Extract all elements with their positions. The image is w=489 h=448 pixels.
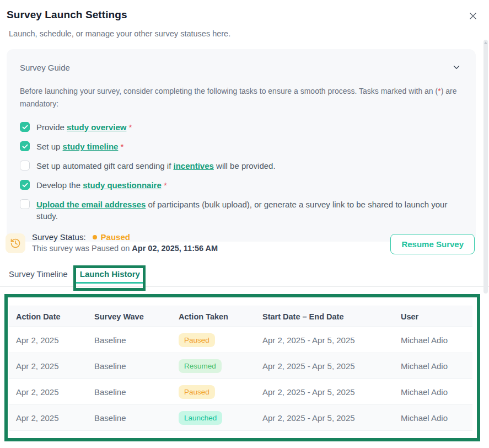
annotation-box-table: Action DateSurvey WaveAction TakenStart … bbox=[4, 294, 480, 441]
table-row: Apr 2, 2025 Baseline Resumed Apr 2, 2025… bbox=[9, 353, 472, 379]
clock-history-icon bbox=[6, 233, 25, 253]
tab-divider bbox=[0, 286, 489, 287]
cell-action-taken: Resumed bbox=[171, 353, 255, 379]
guide-task: Set up automated gift card sending if in… bbox=[20, 160, 463, 172]
cell-survey-wave: Baseline bbox=[87, 327, 171, 353]
vertical-scrollbar[interactable] bbox=[483, 40, 488, 294]
survey-guide-panel: Survey Guide Before launching your surve… bbox=[7, 49, 476, 242]
task-label: Upload the email addresses of participan… bbox=[36, 199, 463, 222]
checkmark-icon bbox=[22, 125, 28, 130]
status-detail-date: Apr 02, 2025, 11:56 AM bbox=[132, 244, 218, 253]
task-label: Develop the study questionnaire * bbox=[36, 179, 167, 191]
guide-task: Upload the email addresses of participan… bbox=[20, 199, 463, 222]
resume-survey-button[interactable]: Resume Survey bbox=[390, 234, 475, 254]
guide-title: Survey Guide bbox=[20, 63, 70, 72]
guide-collapse-button[interactable] bbox=[450, 61, 463, 73]
status-badge: Paused bbox=[179, 333, 215, 347]
chevron-down-icon bbox=[452, 66, 461, 74]
table-body: Apr 2, 2025 Baseline Paused Apr 2, 2025 … bbox=[9, 327, 472, 431]
cell-action-taken: Launched bbox=[171, 405, 255, 431]
page-title: Survey Launch Settings bbox=[7, 9, 127, 21]
close-icon bbox=[468, 14, 478, 23]
column-header: Action Date bbox=[9, 306, 87, 327]
task-label: Provide study overview * bbox=[36, 121, 132, 133]
cell-user: Michael Adio bbox=[394, 379, 472, 405]
task-link[interactable]: study overview bbox=[67, 122, 126, 132]
task-checkbox[interactable] bbox=[20, 199, 30, 209]
guide-task: Set up study timeline * bbox=[20, 141, 463, 152]
guide-description: Before launching your survey, consider c… bbox=[20, 85, 458, 110]
cell-action-taken: Paused bbox=[171, 379, 255, 405]
cell-date-range: Apr 2, 2025 - Apr 5, 2025 bbox=[255, 379, 394, 405]
cell-date-range: Apr 2, 2025 - Apr 5, 2025 bbox=[255, 353, 394, 379]
scrollbar-up-arrow-icon bbox=[484, 41, 487, 44]
tab-bar: Survey Timeline Launch History bbox=[9, 269, 144, 284]
task-checkbox[interactable] bbox=[20, 161, 30, 170]
column-header: Survey Wave bbox=[87, 306, 171, 327]
status-detail: This survey was Paused on Apr 02, 2025, … bbox=[32, 244, 218, 253]
close-button[interactable] bbox=[467, 10, 479, 22]
cell-action-date: Apr 2, 2025 bbox=[9, 353, 87, 379]
cell-action-date: Apr 2, 2025 bbox=[9, 405, 87, 431]
tab-launch-history[interactable]: Launch History bbox=[76, 269, 144, 284]
task-link[interactable]: study timeline bbox=[63, 142, 119, 151]
task-checkbox[interactable] bbox=[20, 122, 30, 132]
cell-action-date: Apr 2, 2025 bbox=[9, 327, 87, 353]
status-value: Paused bbox=[101, 232, 130, 242]
tab-survey-timeline[interactable]: Survey Timeline bbox=[9, 269, 68, 284]
modal-header: Survey Launch Settings bbox=[7, 9, 480, 22]
cell-user: Michael Adio bbox=[394, 405, 472, 431]
table-row: Apr 2, 2025 Baseline Launched Apr 2, 202… bbox=[9, 405, 472, 431]
cell-survey-wave: Baseline bbox=[87, 353, 171, 379]
task-link[interactable]: Upload the email addresses bbox=[36, 200, 146, 209]
table-row: Apr 2, 2025 Baseline Paused Apr 2, 2025 … bbox=[9, 379, 472, 405]
guide-task-list: Provide study overview * Set up study ti… bbox=[20, 121, 463, 222]
guide-task: Provide study overview * bbox=[20, 121, 463, 133]
launch-history-table: Action DateSurvey WaveAction TakenStart … bbox=[9, 306, 472, 431]
column-header: User bbox=[394, 306, 472, 327]
status-badge: Resumed bbox=[179, 359, 222, 373]
task-link[interactable]: incentives bbox=[174, 161, 214, 170]
checkmark-icon bbox=[22, 144, 28, 149]
task-link[interactable]: study questionnaire bbox=[83, 180, 162, 190]
column-header: Start Date – End Date bbox=[255, 306, 394, 327]
task-label: Set up automated gift card sending if in… bbox=[36, 160, 276, 172]
status-badge: Paused bbox=[179, 385, 215, 399]
checkmark-icon bbox=[22, 183, 28, 188]
cell-survey-wave: Baseline bbox=[87, 405, 171, 431]
status-label: Survey Status: bbox=[32, 232, 86, 242]
table-header-row: Action DateSurvey WaveAction TakenStart … bbox=[9, 306, 472, 327]
cell-date-range: Apr 2, 2025 - Apr 5, 2025 bbox=[255, 405, 394, 431]
cell-user: Michael Adio bbox=[394, 327, 472, 353]
guide-task: Develop the study questionnaire * bbox=[20, 179, 463, 191]
status-badge: Launched bbox=[179, 411, 222, 425]
cell-survey-wave: Baseline bbox=[87, 379, 171, 405]
task-checkbox[interactable] bbox=[20, 180, 30, 190]
cell-user: Michael Adio bbox=[394, 353, 472, 379]
cell-action-date: Apr 2, 2025 bbox=[9, 379, 87, 405]
task-checkbox[interactable] bbox=[20, 141, 30, 151]
table-row: Apr 2, 2025 Baseline Paused Apr 2, 2025 … bbox=[9, 327, 472, 353]
status-dot-icon bbox=[93, 235, 97, 239]
survey-status-section: Survey Status: Paused This survey was Pa… bbox=[6, 232, 475, 254]
modal-subtitle: Launch, schedule, or manage your other s… bbox=[9, 29, 480, 38]
task-label: Set up study timeline * bbox=[36, 141, 123, 152]
cell-action-taken: Paused bbox=[171, 327, 255, 353]
column-header: Action Taken bbox=[171, 306, 255, 327]
cell-date-range: Apr 2, 2025 - Apr 5, 2025 bbox=[255, 327, 394, 353]
